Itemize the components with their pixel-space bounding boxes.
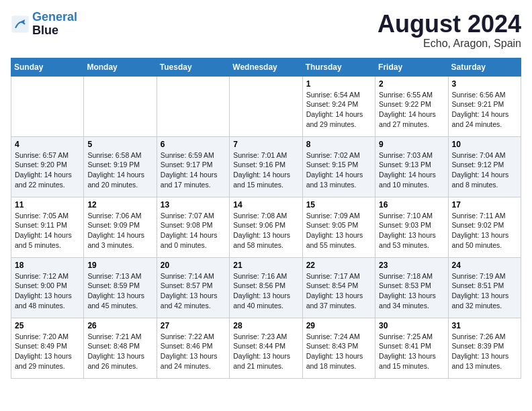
day-number: 25 xyxy=(15,321,80,330)
day-number: 26 xyxy=(87,321,152,330)
day-number: 29 xyxy=(306,321,371,330)
day-number: 24 xyxy=(452,261,517,270)
header-cell-friday: Friday xyxy=(375,58,448,76)
day-cell: 10Sunrise: 7:04 AMSunset: 9:12 PMDayligh… xyxy=(448,136,521,197)
page-header: General Blue August 2024 Echo, Aragon, S… xyxy=(11,11,521,50)
day-info: Sunrise: 7:19 AMSunset: 8:51 PMDaylight:… xyxy=(452,271,517,311)
day-number: 23 xyxy=(379,261,444,270)
logo-text: General Blue xyxy=(32,11,77,38)
day-info: Sunrise: 7:07 AMSunset: 9:08 PMDaylight:… xyxy=(161,211,226,250)
day-cell: 9Sunrise: 7:03 AMSunset: 9:13 PMDaylight… xyxy=(375,136,448,197)
day-number: 16 xyxy=(379,200,444,210)
week-row-2: 4Sunrise: 6:57 AMSunset: 9:20 PMDaylight… xyxy=(11,136,521,197)
header-cell-saturday: Saturday xyxy=(448,58,521,76)
day-number: 5 xyxy=(87,140,152,149)
day-info: Sunrise: 7:01 AMSunset: 9:16 PMDaylight:… xyxy=(233,150,298,190)
day-info: Sunrise: 7:24 AMSunset: 8:43 PMDaylight:… xyxy=(306,332,371,371)
title-block: August 2024 Echo, Aragon, Spain xyxy=(378,11,521,50)
day-number: 22 xyxy=(306,261,371,270)
day-cell: 1Sunrise: 6:54 AMSunset: 9:24 PMDaylight… xyxy=(302,76,375,136)
day-cell xyxy=(230,76,302,136)
day-cell: 21Sunrise: 7:16 AMSunset: 8:56 PMDayligh… xyxy=(230,257,302,318)
day-cell: 27Sunrise: 7:22 AMSunset: 8:46 PMDayligh… xyxy=(157,318,229,378)
day-info: Sunrise: 7:13 AMSunset: 8:59 PMDaylight:… xyxy=(87,271,152,311)
day-info: Sunrise: 7:11 AMSunset: 9:02 PMDaylight:… xyxy=(452,211,517,250)
day-info: Sunrise: 7:14 AMSunset: 8:57 PMDaylight:… xyxy=(161,271,226,311)
day-info: Sunrise: 6:57 AMSunset: 9:20 PMDaylight:… xyxy=(15,150,80,190)
day-cell: 24Sunrise: 7:19 AMSunset: 8:51 PMDayligh… xyxy=(448,257,521,318)
day-cell: 4Sunrise: 6:57 AMSunset: 9:20 PMDaylight… xyxy=(11,136,84,197)
day-info: Sunrise: 6:58 AMSunset: 9:19 PMDaylight:… xyxy=(87,150,152,190)
logo-blue: Blue xyxy=(32,24,58,37)
day-cell: 12Sunrise: 7:06 AMSunset: 9:09 PMDayligh… xyxy=(84,197,157,257)
day-info: Sunrise: 7:26 AMSunset: 8:39 PMDaylight:… xyxy=(452,332,517,371)
day-cell: 30Sunrise: 7:25 AMSunset: 8:41 PMDayligh… xyxy=(375,318,448,378)
svg-rect-0 xyxy=(11,15,28,32)
day-cell: 11Sunrise: 7:05 AMSunset: 9:11 PMDayligh… xyxy=(11,197,84,257)
day-number: 7 xyxy=(233,140,298,149)
month-title: August 2024 xyxy=(378,11,521,38)
week-row-1: 1Sunrise: 6:54 AMSunset: 9:24 PMDaylight… xyxy=(11,76,521,136)
header-cell-sunday: Sunday xyxy=(11,58,84,76)
week-row-5: 25Sunrise: 7:20 AMSunset: 8:49 PMDayligh… xyxy=(11,318,521,378)
day-number: 13 xyxy=(161,200,226,210)
header-cell-wednesday: Wednesday xyxy=(230,58,302,76)
day-info: Sunrise: 7:23 AMSunset: 8:44 PMDaylight:… xyxy=(233,332,298,371)
day-info: Sunrise: 7:09 AMSunset: 9:05 PMDaylight:… xyxy=(306,211,371,250)
day-number: 11 xyxy=(15,200,80,210)
day-info: Sunrise: 7:21 AMSunset: 8:48 PMDaylight:… xyxy=(87,332,152,371)
location: Echo, Aragon, Spain xyxy=(378,38,521,50)
day-info: Sunrise: 6:56 AMSunset: 9:21 PMDaylight:… xyxy=(452,90,517,130)
day-info: Sunrise: 6:59 AMSunset: 9:17 PMDaylight:… xyxy=(161,150,226,190)
calendar-body: 1Sunrise: 6:54 AMSunset: 9:24 PMDaylight… xyxy=(11,76,521,378)
day-cell: 19Sunrise: 7:13 AMSunset: 8:59 PMDayligh… xyxy=(84,257,157,318)
day-number: 3 xyxy=(452,79,517,89)
day-number: 6 xyxy=(161,140,226,149)
day-number: 12 xyxy=(87,200,152,210)
day-cell: 16Sunrise: 7:10 AMSunset: 9:03 PMDayligh… xyxy=(375,197,448,257)
header-cell-tuesday: Tuesday xyxy=(157,58,229,76)
calendar-header: SundayMondayTuesdayWednesdayThursdayFrid… xyxy=(11,58,521,76)
day-cell: 6Sunrise: 6:59 AMSunset: 9:17 PMDaylight… xyxy=(157,136,229,197)
day-number: 27 xyxy=(161,321,226,330)
day-info: Sunrise: 7:17 AMSunset: 8:54 PMDaylight:… xyxy=(306,271,371,311)
day-number: 4 xyxy=(15,140,80,149)
day-cell xyxy=(84,76,157,136)
day-info: Sunrise: 7:02 AMSunset: 9:15 PMDaylight:… xyxy=(306,150,371,190)
day-info: Sunrise: 7:08 AMSunset: 9:06 PMDaylight:… xyxy=(233,211,298,250)
day-cell: 3Sunrise: 6:56 AMSunset: 9:21 PMDaylight… xyxy=(448,76,521,136)
day-number: 21 xyxy=(233,261,298,270)
header-cell-monday: Monday xyxy=(84,58,157,76)
logo-icon xyxy=(11,15,30,34)
day-cell: 31Sunrise: 7:26 AMSunset: 8:39 PMDayligh… xyxy=(448,318,521,378)
day-cell: 25Sunrise: 7:20 AMSunset: 8:49 PMDayligh… xyxy=(11,318,84,378)
day-cell: 22Sunrise: 7:17 AMSunset: 8:54 PMDayligh… xyxy=(302,257,375,318)
day-cell: 23Sunrise: 7:18 AMSunset: 8:53 PMDayligh… xyxy=(375,257,448,318)
day-cell: 7Sunrise: 7:01 AMSunset: 9:16 PMDaylight… xyxy=(230,136,302,197)
day-number: 28 xyxy=(233,321,298,330)
day-number: 18 xyxy=(15,261,80,270)
day-info: Sunrise: 7:22 AMSunset: 8:46 PMDaylight:… xyxy=(161,332,226,371)
week-row-4: 18Sunrise: 7:12 AMSunset: 9:00 PMDayligh… xyxy=(11,257,521,318)
day-cell xyxy=(11,76,84,136)
day-cell: 15Sunrise: 7:09 AMSunset: 9:05 PMDayligh… xyxy=(302,197,375,257)
day-number: 9 xyxy=(379,140,444,149)
day-number: 15 xyxy=(306,200,371,210)
header-row: SundayMondayTuesdayWednesdayThursdayFrid… xyxy=(11,58,521,76)
day-info: Sunrise: 7:06 AMSunset: 9:09 PMDaylight:… xyxy=(87,211,152,250)
day-cell: 2Sunrise: 6:55 AMSunset: 9:22 PMDaylight… xyxy=(375,76,448,136)
day-cell: 29Sunrise: 7:24 AMSunset: 8:43 PMDayligh… xyxy=(302,318,375,378)
day-number: 10 xyxy=(452,140,517,149)
day-cell: 13Sunrise: 7:07 AMSunset: 9:08 PMDayligh… xyxy=(157,197,229,257)
day-info: Sunrise: 7:10 AMSunset: 9:03 PMDaylight:… xyxy=(379,211,444,250)
day-number: 8 xyxy=(306,140,371,149)
day-info: Sunrise: 7:25 AMSunset: 8:41 PMDaylight:… xyxy=(379,332,444,371)
day-number: 14 xyxy=(233,200,298,210)
day-info: Sunrise: 7:20 AMSunset: 8:49 PMDaylight:… xyxy=(15,332,80,371)
day-info: Sunrise: 6:55 AMSunset: 9:22 PMDaylight:… xyxy=(379,90,444,130)
day-cell: 20Sunrise: 7:14 AMSunset: 8:57 PMDayligh… xyxy=(157,257,229,318)
day-info: Sunrise: 7:16 AMSunset: 8:56 PMDaylight:… xyxy=(233,271,298,311)
day-cell xyxy=(157,76,229,136)
day-cell: 5Sunrise: 6:58 AMSunset: 9:19 PMDaylight… xyxy=(84,136,157,197)
day-info: Sunrise: 7:05 AMSunset: 9:11 PMDaylight:… xyxy=(15,211,80,250)
